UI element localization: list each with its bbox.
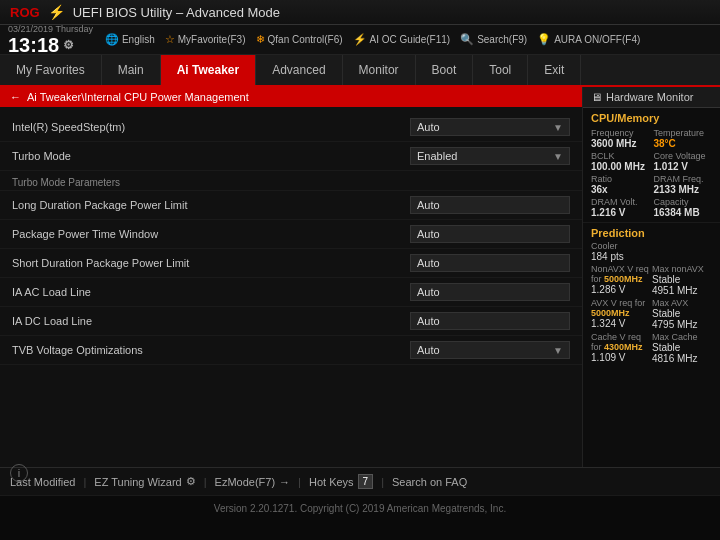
ia-ac-input[interactable] xyxy=(410,283,570,301)
core-voltage-cell: Core Voltage 1.012 V xyxy=(654,151,713,172)
non-avx-cell: NonAVX V req for 5000MHz 1.286 V xyxy=(591,264,651,296)
language-selector[interactable]: 🌐 English xyxy=(105,33,155,46)
qfan-control-button[interactable]: ❄ Qfan Control(F6) xyxy=(256,33,343,46)
settings-list: Intel(R) SpeedStep(tm) Auto ▼ Turbo Mode… xyxy=(0,107,582,371)
ez-tuning-button[interactable]: EZ Tuning Wizard ⚙ xyxy=(94,475,195,488)
nav-item-my-favorites[interactable]: My Favorites xyxy=(0,55,102,85)
rog-logo: ROG xyxy=(10,5,40,20)
turbo-mode-select[interactable]: Enabled ▼ xyxy=(410,147,570,165)
cache-cell: Cache V req for 4300MHz 1.109 V xyxy=(591,332,651,364)
aura-button[interactable]: 💡 AURA ON/OFF(F4) xyxy=(537,33,640,46)
package-time-label: Package Power Time Window xyxy=(12,228,410,240)
nav-item-monitor[interactable]: Monitor xyxy=(343,55,416,85)
ia-dc-input[interactable] xyxy=(410,312,570,330)
ai-icon: ⚡ xyxy=(353,33,367,46)
app-title: UEFI BIOS Utility – Advanced Mode xyxy=(73,5,280,20)
ez-mode-button[interactable]: EzMode(F7) → xyxy=(215,476,291,488)
footer-text: Version 2.20.1271. Copyright (C) 2019 Am… xyxy=(214,503,506,514)
avx-cell: AVX V req for 5000MHz 1.324 V xyxy=(591,298,651,330)
status-bar: Last Modified | EZ Tuning Wizard ⚙ | EzM… xyxy=(0,467,720,495)
nav-bar: My Favorites Main Ai Tweaker Advanced Mo… xyxy=(0,55,720,87)
chevron-down-icon: ▼ xyxy=(553,151,563,162)
search-label: Search(F9) xyxy=(477,34,527,45)
search-faq-button[interactable]: Search on FAQ xyxy=(392,476,467,488)
info-button[interactable]: i xyxy=(10,464,28,482)
aura-label: AURA ON/OFF(F4) xyxy=(554,34,640,45)
cache-row: Cache V req for 4300MHz 1.109 V Max Cach… xyxy=(591,332,712,364)
toolbar-items: 🌐 English ☆ MyFavorite(F3) ❄ Qfan Contro… xyxy=(105,33,712,46)
cpu-memory-title: CPU/Memory xyxy=(591,112,712,124)
fan-icon: ❄ xyxy=(256,33,265,46)
prediction-title: Prediction xyxy=(591,227,712,239)
dram-volt-cell: DRAM Volt. 1.216 V xyxy=(591,197,650,218)
main-panel: ← Ai Tweaker\Internal CPU Power Manageme… xyxy=(0,87,582,467)
nav-item-advanced[interactable]: Advanced xyxy=(256,55,342,85)
cooler-value: 184 pts xyxy=(591,251,712,262)
chevron-down-icon: ▼ xyxy=(553,122,563,133)
max-cache-cell: Max Cache Stable 4816 MHz xyxy=(652,332,712,364)
speedstep-label: Intel(R) SpeedStep(tm) xyxy=(12,121,410,133)
temperature-cell: Temperature 38°C xyxy=(654,128,713,149)
breadcrumb-text: Ai Tweaker\Internal CPU Power Management xyxy=(27,91,249,103)
language-icon: 🌐 xyxy=(105,33,119,46)
content-area: ← Ai Tweaker\Internal CPU Power Manageme… xyxy=(0,87,720,467)
cpu-memory-section: CPU/Memory Frequency 3600 MHz Temperatur… xyxy=(583,108,720,223)
prediction-section: Prediction Cooler 184 pts NonAVX V req f… xyxy=(583,223,720,368)
title-bar: ROG ⚡ UEFI BIOS Utility – Advanced Mode xyxy=(0,0,720,25)
max-avx-cell: Max AVX Stable 4795 MHz xyxy=(652,298,712,330)
separator-2: | xyxy=(204,476,207,488)
nav-item-exit[interactable]: Exit xyxy=(528,55,581,85)
long-duration-input[interactable] xyxy=(410,196,570,214)
tuning-icon: ⚙ xyxy=(186,475,196,488)
my-favorites-button[interactable]: ☆ MyFavorite(F3) xyxy=(165,33,246,46)
capacity-cell: Capacity 16384 MB xyxy=(654,197,713,218)
long-duration-row: Long Duration Package Power Limit xyxy=(0,191,582,220)
hot-keys-label: Hot Keys xyxy=(309,476,354,488)
separator-3: | xyxy=(298,476,301,488)
nav-item-boot[interactable]: Boot xyxy=(416,55,474,85)
breadcrumb-arrow[interactable]: ← xyxy=(10,91,21,103)
ai-oc-label: AI OC Guide(F11) xyxy=(370,34,451,45)
speedstep-row: Intel(R) SpeedStep(tm) Auto ▼ xyxy=(0,113,582,142)
qfan-label: Qfan Control(F6) xyxy=(268,34,343,45)
breadcrumb: ← Ai Tweaker\Internal CPU Power Manageme… xyxy=(0,87,582,107)
hot-keys-button[interactable]: Hot Keys 7 xyxy=(309,474,373,489)
nav-item-ai-tweaker[interactable]: Ai Tweaker xyxy=(161,55,256,85)
language-label: English xyxy=(122,34,155,45)
cooler-label: Cooler xyxy=(591,241,712,251)
ia-dc-label: IA DC Load Line xyxy=(12,315,410,327)
settings-icon[interactable]: ⚙ xyxy=(63,39,74,51)
tvb-select[interactable]: Auto ▼ xyxy=(410,341,570,359)
short-duration-row: Short Duration Package Power Limit xyxy=(0,249,582,278)
ez-mode-label: EzMode(F7) xyxy=(215,476,276,488)
hot-keys-badge: 7 xyxy=(358,474,374,489)
hardware-monitor-panel: 🖥 Hardware Monitor CPU/Memory Frequency … xyxy=(582,87,720,467)
ai-oc-button[interactable]: ⚡ AI OC Guide(F11) xyxy=(353,33,451,46)
tvb-label: TVB Voltage Optimizations xyxy=(12,344,410,356)
separator-4: | xyxy=(381,476,384,488)
search-button[interactable]: 🔍 Search(F9) xyxy=(460,33,527,46)
ez-tuning-label: EZ Tuning Wizard xyxy=(94,476,181,488)
time-display: 13:18 ⚙ xyxy=(8,35,74,55)
my-favorites-label: MyFavorite(F3) xyxy=(178,34,246,45)
arrow-icon: → xyxy=(279,476,290,488)
hw-monitor-title: 🖥 Hardware Monitor xyxy=(583,87,720,108)
package-time-input[interactable] xyxy=(410,225,570,243)
turbo-mode-label: Turbo Mode xyxy=(12,150,410,162)
bclk-cell: BCLK 100.00 MHz xyxy=(591,151,650,172)
avx-row: AVX V req for 5000MHz 1.324 V Max AVX St… xyxy=(591,298,712,330)
nav-item-tool[interactable]: Tool xyxy=(473,55,528,85)
ia-ac-label: IA AC Load Line xyxy=(12,286,410,298)
dram-freq-cell: DRAM Freq. 2133 MHz xyxy=(654,174,713,195)
long-duration-label: Long Duration Package Power Limit xyxy=(12,199,410,211)
turbo-mode-row: Turbo Mode Enabled ▼ xyxy=(0,142,582,171)
ia-ac-row: IA AC Load Line xyxy=(0,278,582,307)
star-icon: ☆ xyxy=(165,33,175,46)
turbo-params-header: Turbo Mode Parameters xyxy=(0,171,582,191)
package-time-row: Package Power Time Window xyxy=(0,220,582,249)
aura-icon: 💡 xyxy=(537,33,551,46)
nav-item-main[interactable]: Main xyxy=(102,55,161,85)
short-duration-input[interactable] xyxy=(410,254,570,272)
info-bar: 03/21/2019 Thursday 13:18 ⚙ 🌐 English ☆ … xyxy=(0,25,720,55)
speedstep-select[interactable]: Auto ▼ xyxy=(410,118,570,136)
